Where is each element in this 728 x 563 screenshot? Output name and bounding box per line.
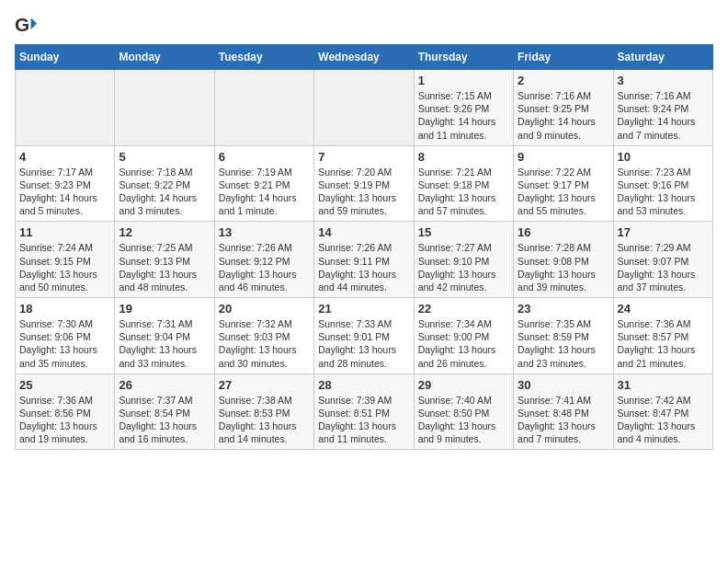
calendar-row: 1Sunrise: 7:15 AM Sunset: 9:26 PM Daylig… xyxy=(16,70,713,146)
day-info: Sunrise: 7:29 AM Sunset: 9:07 PM Dayligh… xyxy=(618,241,709,293)
calendar-cell: 6Sunrise: 7:19 AM Sunset: 9:21 PM Daylig… xyxy=(214,145,313,222)
day-info: Sunrise: 7:27 AM Sunset: 9:10 PM Dayligh… xyxy=(418,241,509,293)
calendar-row: 11Sunrise: 7:24 AM Sunset: 9:15 PM Dayli… xyxy=(16,222,713,298)
day-number: 8 xyxy=(418,150,509,164)
weekday-header-monday: Monday xyxy=(115,45,214,70)
day-info: Sunrise: 7:30 AM Sunset: 9:06 PM Dayligh… xyxy=(19,317,110,370)
day-number: 18 xyxy=(19,302,110,316)
day-number: 17 xyxy=(618,225,709,239)
calendar-cell: 7Sunrise: 7:20 AM Sunset: 9:19 PM Daylig… xyxy=(314,145,414,222)
day-info: Sunrise: 7:15 AM Sunset: 9:26 PM Dayligh… xyxy=(418,89,509,142)
logo: G xyxy=(15,15,40,37)
calendar-cell: 2Sunrise: 7:16 AM Sunset: 9:25 PM Daylig… xyxy=(514,70,613,146)
logo-icon: G xyxy=(15,15,37,37)
day-number: 26 xyxy=(119,378,210,392)
day-info: Sunrise: 7:39 AM Sunset: 8:51 PM Dayligh… xyxy=(318,394,409,446)
calendar-cell: 26Sunrise: 7:37 AM Sunset: 8:54 PM Dayli… xyxy=(115,373,214,450)
day-info: Sunrise: 7:33 AM Sunset: 9:01 PM Dayligh… xyxy=(318,317,409,370)
weekday-header-tuesday: Tuesday xyxy=(214,45,313,70)
calendar-cell: 4Sunrise: 7:17 AM Sunset: 9:23 PM Daylig… xyxy=(16,145,115,222)
page-header: G xyxy=(15,15,713,37)
calendar-cell: 25Sunrise: 7:36 AM Sunset: 8:56 PM Dayli… xyxy=(16,373,115,450)
day-number: 22 xyxy=(418,302,509,316)
calendar-cell: 12Sunrise: 7:25 AM Sunset: 9:13 PM Dayli… xyxy=(115,222,214,298)
day-info: Sunrise: 7:36 AM Sunset: 8:56 PM Dayligh… xyxy=(19,394,110,446)
day-info: Sunrise: 7:16 AM Sunset: 9:24 PM Dayligh… xyxy=(618,89,709,142)
day-info: Sunrise: 7:26 AM Sunset: 9:12 PM Dayligh… xyxy=(219,241,310,293)
calendar-table: SundayMondayTuesdayWednesdayThursdayFrid… xyxy=(15,44,713,450)
calendar-cell: 16Sunrise: 7:28 AM Sunset: 9:08 PM Dayli… xyxy=(514,222,613,298)
day-info: Sunrise: 7:42 AM Sunset: 8:47 PM Dayligh… xyxy=(618,394,709,446)
day-number: 5 xyxy=(119,150,210,164)
calendar-row: 4Sunrise: 7:17 AM Sunset: 9:23 PM Daylig… xyxy=(16,145,713,222)
weekday-header-wednesday: Wednesday xyxy=(314,45,414,70)
day-number: 21 xyxy=(318,302,409,316)
day-info: Sunrise: 7:23 AM Sunset: 9:16 PM Dayligh… xyxy=(618,166,709,218)
day-info: Sunrise: 7:16 AM Sunset: 9:25 PM Dayligh… xyxy=(518,89,609,142)
day-info: Sunrise: 7:25 AM Sunset: 9:13 PM Dayligh… xyxy=(119,241,210,293)
calendar-cell xyxy=(214,70,313,146)
day-number: 27 xyxy=(219,378,310,392)
day-number: 28 xyxy=(318,378,409,392)
calendar-cell: 31Sunrise: 7:42 AM Sunset: 8:47 PM Dayli… xyxy=(613,373,712,450)
svg-marker-1 xyxy=(31,17,37,29)
day-number: 6 xyxy=(219,150,310,164)
calendar-cell xyxy=(16,70,115,146)
day-number: 31 xyxy=(618,378,709,392)
weekday-header-sunday: Sunday xyxy=(16,45,115,70)
calendar-cell: 18Sunrise: 7:30 AM Sunset: 9:06 PM Dayli… xyxy=(16,298,115,374)
calendar-cell: 28Sunrise: 7:39 AM Sunset: 8:51 PM Dayli… xyxy=(314,373,414,450)
calendar-cell: 17Sunrise: 7:29 AM Sunset: 9:07 PM Dayli… xyxy=(613,222,712,298)
calendar-cell: 27Sunrise: 7:38 AM Sunset: 8:53 PM Dayli… xyxy=(214,373,313,450)
day-number: 7 xyxy=(318,150,409,164)
day-info: Sunrise: 7:36 AM Sunset: 8:57 PM Dayligh… xyxy=(618,317,709,370)
day-number: 24 xyxy=(618,302,709,316)
calendar-cell: 14Sunrise: 7:26 AM Sunset: 9:11 PM Dayli… xyxy=(314,222,414,298)
day-number: 16 xyxy=(518,225,609,239)
day-number: 3 xyxy=(618,74,709,87)
day-number: 23 xyxy=(518,302,609,316)
calendar-cell: 11Sunrise: 7:24 AM Sunset: 9:15 PM Dayli… xyxy=(16,222,115,298)
day-number: 12 xyxy=(119,225,210,239)
day-number: 11 xyxy=(19,225,110,239)
calendar-cell: 1Sunrise: 7:15 AM Sunset: 9:26 PM Daylig… xyxy=(414,70,513,146)
day-number: 25 xyxy=(19,378,110,392)
day-number: 9 xyxy=(518,150,609,164)
day-number: 2 xyxy=(518,74,609,87)
calendar-cell: 10Sunrise: 7:23 AM Sunset: 9:16 PM Dayli… xyxy=(613,145,712,222)
calendar-cell: 23Sunrise: 7:35 AM Sunset: 8:59 PM Dayli… xyxy=(514,298,613,374)
calendar-cell: 21Sunrise: 7:33 AM Sunset: 9:01 PM Dayli… xyxy=(314,298,414,374)
day-number: 10 xyxy=(618,150,709,164)
day-info: Sunrise: 7:35 AM Sunset: 8:59 PM Dayligh… xyxy=(518,317,609,370)
svg-text:G: G xyxy=(15,15,29,35)
calendar-cell: 13Sunrise: 7:26 AM Sunset: 9:12 PM Dayli… xyxy=(214,222,313,298)
day-number: 15 xyxy=(418,225,509,239)
calendar-cell: 15Sunrise: 7:27 AM Sunset: 9:10 PM Dayli… xyxy=(414,222,513,298)
calendar-row: 25Sunrise: 7:36 AM Sunset: 8:56 PM Dayli… xyxy=(16,373,713,450)
day-number: 20 xyxy=(219,302,310,316)
calendar-cell: 19Sunrise: 7:31 AM Sunset: 9:04 PM Dayli… xyxy=(115,298,214,374)
calendar-cell: 29Sunrise: 7:40 AM Sunset: 8:50 PM Dayli… xyxy=(414,373,513,450)
calendar-cell: 5Sunrise: 7:18 AM Sunset: 9:22 PM Daylig… xyxy=(115,145,214,222)
day-info: Sunrise: 7:26 AM Sunset: 9:11 PM Dayligh… xyxy=(318,241,409,293)
day-info: Sunrise: 7:21 AM Sunset: 9:18 PM Dayligh… xyxy=(418,166,509,218)
day-info: Sunrise: 7:19 AM Sunset: 9:21 PM Dayligh… xyxy=(219,166,310,218)
day-number: 19 xyxy=(119,302,210,316)
weekday-header-row: SundayMondayTuesdayWednesdayThursdayFrid… xyxy=(16,45,713,70)
day-number: 30 xyxy=(518,378,609,392)
calendar-cell xyxy=(115,70,214,146)
day-info: Sunrise: 7:34 AM Sunset: 9:00 PM Dayligh… xyxy=(418,317,509,370)
day-info: Sunrise: 7:22 AM Sunset: 9:17 PM Dayligh… xyxy=(518,166,609,218)
calendar-cell: 8Sunrise: 7:21 AM Sunset: 9:18 PM Daylig… xyxy=(414,145,513,222)
day-number: 1 xyxy=(418,74,509,87)
day-info: Sunrise: 7:31 AM Sunset: 9:04 PM Dayligh… xyxy=(119,317,210,370)
calendar-cell: 3Sunrise: 7:16 AM Sunset: 9:24 PM Daylig… xyxy=(613,70,712,146)
calendar-cell: 20Sunrise: 7:32 AM Sunset: 9:03 PM Dayli… xyxy=(214,298,313,374)
day-info: Sunrise: 7:41 AM Sunset: 8:48 PM Dayligh… xyxy=(518,394,609,446)
day-info: Sunrise: 7:17 AM Sunset: 9:23 PM Dayligh… xyxy=(19,166,110,218)
day-number: 29 xyxy=(418,378,509,392)
calendar-cell: 22Sunrise: 7:34 AM Sunset: 9:00 PM Dayli… xyxy=(414,298,513,374)
day-info: Sunrise: 7:37 AM Sunset: 8:54 PM Dayligh… xyxy=(119,394,210,446)
day-info: Sunrise: 7:38 AM Sunset: 8:53 PM Dayligh… xyxy=(219,394,310,446)
calendar-cell: 24Sunrise: 7:36 AM Sunset: 8:57 PM Dayli… xyxy=(613,298,712,374)
